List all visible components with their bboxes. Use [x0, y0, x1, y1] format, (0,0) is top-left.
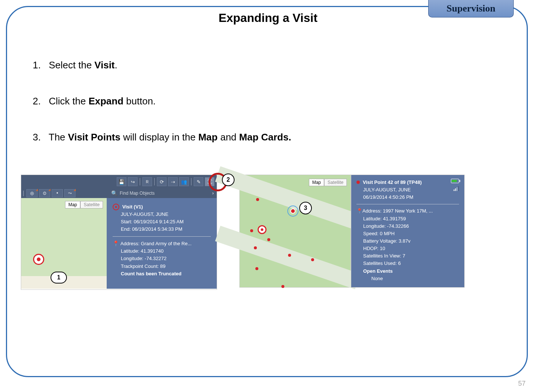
report-icon[interactable]: R — [142, 177, 152, 186]
step-text: and — [217, 132, 239, 143]
detail-sat-view: Satellites In View: 7 — [356, 252, 459, 260]
mode-route-icon[interactable]: ⤳ — [64, 189, 75, 197]
battery-icon — [451, 179, 459, 183]
visit-point-dot[interactable] — [256, 198, 259, 201]
visit-card: Visit (V1) JULY-AUGUST, JUNE Start: 06/1… — [107, 198, 217, 289]
export-icon[interactable]: ↪ — [128, 177, 138, 186]
step-1: 1. Select the Visit. — [33, 59, 503, 71]
map-mode-satellite[interactable]: Satellite — [80, 201, 103, 208]
detail-speed: Speed: 0 MPH — [356, 230, 459, 237]
visit-address: Address: Grand Army of the Re... — [120, 241, 191, 246]
visit-point-dot[interactable] — [255, 267, 258, 270]
map-type-toggle[interactable]: Map Satellite — [309, 179, 347, 186]
detail-time: 06/19/2014 4:50:26 PM — [356, 194, 459, 201]
visit-truncated: Count has been Truncated — [113, 270, 211, 278]
open-events-label: Open Events — [356, 268, 459, 275]
pin-icon: 📍 — [356, 208, 362, 214]
map-mode-map[interactable]: Map — [65, 201, 80, 208]
detail-hdop: HDOP: 10 — [356, 245, 459, 252]
step-text: Click the — [49, 95, 88, 107]
callout-3: 3 — [299, 202, 312, 214]
visit-point-dot[interactable] — [267, 238, 270, 241]
visit-title: Visit (V1) — [122, 203, 143, 211]
detail-address: Address: 1997 New York 17M, ... — [362, 208, 433, 214]
step-bold: Map — [198, 132, 217, 143]
map-mode-satellite[interactable]: Satellite — [324, 179, 347, 186]
step-bold: Visit — [94, 59, 114, 71]
mode-target-icon[interactable]: ◎ — [26, 189, 38, 197]
search-icon: 🔍 — [111, 190, 117, 196]
map-mode-map[interactable]: Map — [309, 179, 324, 186]
map-road — [215, 226, 361, 289]
red-dot-icon — [356, 181, 360, 184]
map-road — [215, 166, 361, 230]
detail-title: Visit Point 42 of 89 (TP48) — [363, 179, 422, 185]
step-text: will display in the — [120, 132, 198, 143]
screenshots-row: 💾 ↪ R ⟳ ⇢ 👥 ✎ ⛶ | ◎ ⊙ • ⤳ 🔍 Fin — [21, 175, 465, 290]
mode-dot-icon[interactable]: • — [52, 189, 63, 197]
instruction-steps: 1. Select the Visit. 2. Click the Expand… — [33, 59, 503, 168]
visit-marker[interactable] — [33, 254, 44, 265]
search-placeholder: Find Map Objects — [120, 191, 155, 196]
map-type-toggle[interactable]: Map Satellite — [65, 201, 103, 208]
detail-name: JULY-AUGUST, JUNE — [356, 186, 459, 194]
visit-point-dot[interactable] — [281, 285, 284, 288]
visit-lon: Longitude: -74.32272 — [113, 255, 211, 262]
edit-icon[interactable]: ✎ — [194, 177, 203, 186]
visit-lat: Latitude: 41.391740 — [113, 247, 211, 255]
expanded-map[interactable]: Map Satellite 3 — [239, 175, 351, 288]
detail-battery: Battery Voltage: 3.87v — [356, 237, 459, 245]
signal-icon — [453, 186, 459, 191]
detail-sat-used: Satellites Used: 6 — [356, 260, 459, 267]
lower-panels: Map Satellite 1 Visit (V1) JULY-AUGUST, … — [21, 198, 217, 289]
visit-trackpoint-count: Trackpoint Count: 89 — [113, 263, 211, 270]
visit-card-title-row: Visit (V1) — [113, 203, 211, 211]
people-icon[interactable]: 👥 — [179, 177, 189, 186]
visit-end: End: 06/19/2014 5:34:33 PM — [113, 226, 211, 233]
target-icon — [258, 225, 267, 234]
page-number: 57 — [518, 380, 526, 388]
step-number: 2. — [33, 95, 46, 107]
strip-divider: | — [23, 190, 25, 197]
open-events-none: None — [356, 275, 459, 282]
step-bold: Map Cards. — [239, 132, 291, 143]
toolbar-divider — [154, 178, 155, 185]
step-bold: Expand — [88, 95, 123, 107]
mode-point-icon[interactable]: ⊙ — [39, 189, 50, 197]
visit-name: JULY-AUGUST, JUNE — [113, 211, 211, 218]
visit-point-dot[interactable] — [288, 254, 291, 257]
screenshot-after: Map Satellite 3 Visit Point 42 of 89 (TP… — [239, 175, 465, 288]
callout-2: 2 — [222, 174, 235, 186]
pin-icon: 📍 — [113, 240, 119, 246]
target-icon — [33, 254, 44, 265]
map-mode-strip: | ◎ ⊙ • ⤳ — [21, 188, 108, 198]
toggle-tracks-icon[interactable]: ⇢ — [168, 177, 178, 186]
card-divider — [113, 236, 211, 237]
visit-point-dot[interactable] — [254, 246, 257, 249]
detail-title-row: Visit Point 42 of 89 (TP48) — [356, 179, 459, 186]
visit-point-dot[interactable] — [311, 258, 314, 261]
screenshot-before: 💾 ↪ R ⟳ ⇢ 👥 ✎ ⛶ | ◎ ⊙ • ⤳ 🔍 Fin — [21, 175, 217, 290]
target-icon — [113, 204, 119, 210]
search-row: | ◎ ⊙ • ⤳ 🔍 Find Map Objects › — [21, 188, 217, 198]
step-3: 3. The Visit Points will display in the … — [33, 132, 503, 143]
toolbar-divider — [140, 178, 140, 185]
refresh-icon[interactable]: ⟳ — [157, 177, 167, 186]
card-divider — [356, 204, 459, 204]
chevron-right-icon: › — [212, 191, 214, 196]
visit-start: Start: 06/19/2014 9:14:25 AM — [113, 218, 211, 226]
step-text: . — [115, 59, 117, 71]
save-icon[interactable]: 💾 — [117, 177, 126, 186]
visit-address-row: 📍Address: Grand Army of the Re... — [113, 240, 211, 248]
step-text: Select the — [49, 59, 94, 71]
mini-map[interactable]: Map Satellite 1 — [21, 198, 107, 289]
visit-marker[interactable] — [258, 225, 267, 234]
detail-lon: Longitude: -74.32266 — [356, 223, 459, 230]
visit-point-dot[interactable] — [250, 229, 253, 232]
map-search[interactable]: 🔍 Find Map Objects › — [108, 188, 217, 198]
section-tab: Supervision — [428, 0, 514, 17]
selected-visit-point[interactable] — [287, 205, 298, 217]
step-text: The — [49, 132, 68, 143]
callout-1: 1 — [51, 272, 67, 284]
step-number: 1. — [33, 59, 46, 71]
